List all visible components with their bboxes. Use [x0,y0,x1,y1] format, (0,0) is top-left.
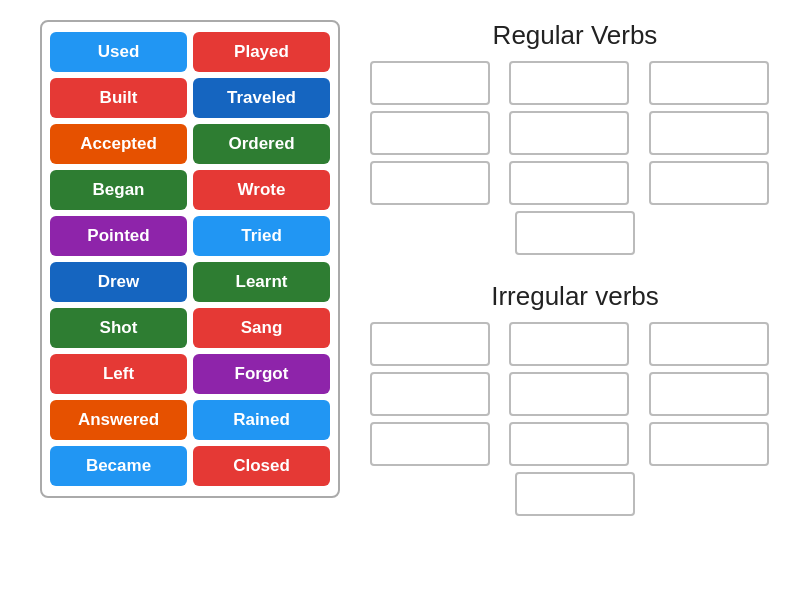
irregular-row-1 [370,322,780,366]
verb-btn-pointed[interactable]: Pointed [50,216,187,256]
regular-drop-6[interactable] [649,111,769,155]
verb-btn-shot[interactable]: Shot [50,308,187,348]
irregular-drop-1[interactable] [370,322,490,366]
verb-btn-forgot[interactable]: Forgot [193,354,330,394]
regular-drop-9[interactable] [649,161,769,205]
irregular-drop-8[interactable] [509,422,629,466]
verb-btn-closed[interactable]: Closed [193,446,330,486]
regular-drop-8[interactable] [509,161,629,205]
verb-list-panel: UsedPlayedBuiltTraveledAcceptedOrderedBe… [40,20,340,498]
verb-btn-left[interactable]: Left [50,354,187,394]
verb-btn-sang[interactable]: Sang [193,308,330,348]
irregular-drop-4[interactable] [370,372,490,416]
regular-row-1 [370,61,780,105]
irregular-row-2 [370,372,780,416]
verb-btn-built[interactable]: Built [50,78,187,118]
regular-verbs-title: Regular Verbs [370,20,780,51]
irregular-drop-2[interactable] [509,322,629,366]
verb-btn-drew[interactable]: Drew [50,262,187,302]
verb-btn-accepted[interactable]: Accepted [50,124,187,164]
regular-row-2 [370,111,780,155]
regular-drop-1[interactable] [370,61,490,105]
regular-drop-2[interactable] [509,61,629,105]
irregular-drop-5[interactable] [509,372,629,416]
regular-drop-7[interactable] [370,161,490,205]
irregular-single-row [370,472,780,516]
irregular-row-3 [370,422,780,466]
verb-btn-rained[interactable]: Rained [193,400,330,440]
verb-btn-ordered[interactable]: Ordered [193,124,330,164]
irregular-drop-6[interactable] [649,372,769,416]
verb-btn-traveled[interactable]: Traveled [193,78,330,118]
verb-btn-became[interactable]: Became [50,446,187,486]
verb-btn-tried[interactable]: Tried [193,216,330,256]
verb-btn-answered[interactable]: Answered [50,400,187,440]
verb-btn-wrote[interactable]: Wrote [193,170,330,210]
regular-drop-10[interactable] [515,211,635,255]
verb-btn-learnt[interactable]: Learnt [193,262,330,302]
regular-drop-4[interactable] [370,111,490,155]
regular-drop-3[interactable] [649,61,769,105]
regular-single-row [370,211,780,255]
irregular-drop-9[interactable] [649,422,769,466]
irregular-drop-3[interactable] [649,322,769,366]
irregular-drop-7[interactable] [370,422,490,466]
right-panel: Regular Verbs Irregular verbs [370,20,780,526]
irregular-verbs-title: Irregular verbs [370,281,780,312]
verb-btn-played[interactable]: Played [193,32,330,72]
verb-btn-used[interactable]: Used [50,32,187,72]
verb-btn-began[interactable]: Began [50,170,187,210]
regular-row-3 [370,161,780,205]
irregular-drop-10[interactable] [515,472,635,516]
regular-drop-5[interactable] [509,111,629,155]
